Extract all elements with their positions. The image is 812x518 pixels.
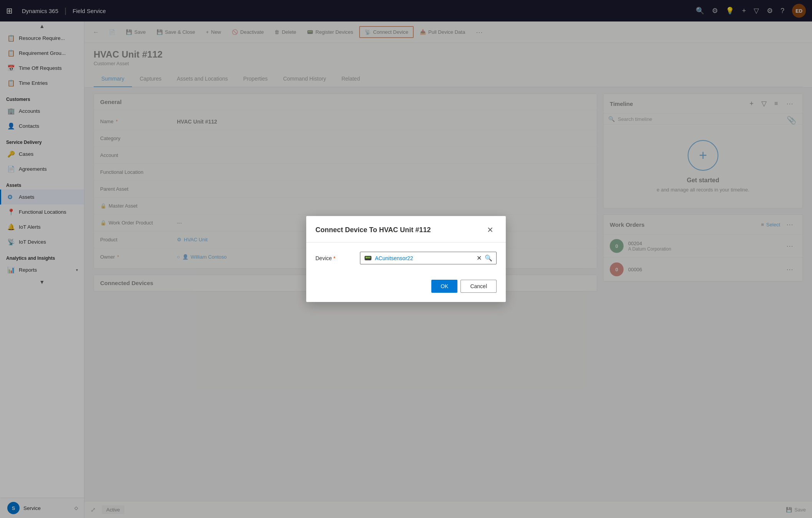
modal-header: Connect Device To HVAC Unit #112 ✕ [306, 216, 506, 243]
modal-footer: OK Cancel [306, 274, 506, 302]
modal-body: Device * 📟 ACunitsensor22 ✕ 🔍 [306, 243, 506, 274]
modal-title: Connect Device To HVAC Unit #112 [315, 226, 431, 234]
modal-overlay: Connect Device To HVAC Unit #112 ✕ Devic… [0, 0, 812, 518]
device-field[interactable]: 📟 ACunitsensor22 ✕ 🔍 [360, 252, 497, 264]
device-clear-button[interactable]: ✕ [477, 254, 482, 262]
device-required-star: * [333, 255, 335, 261]
connect-device-modal: Connect Device To HVAC Unit #112 ✕ Devic… [306, 216, 506, 302]
modal-close-button[interactable]: ✕ [484, 224, 497, 236]
device-name-value: ACunitsensor22 [375, 255, 474, 261]
device-search-icon: 🔍 [485, 254, 492, 262]
modal-cancel-button[interactable]: Cancel [460, 280, 497, 293]
device-field-row: Device * 📟 ACunitsensor22 ✕ 🔍 [315, 252, 497, 264]
modal-ok-button[interactable]: OK [431, 280, 457, 293]
device-label: Device * [315, 255, 354, 261]
device-input-icon: 📟 [364, 254, 372, 262]
